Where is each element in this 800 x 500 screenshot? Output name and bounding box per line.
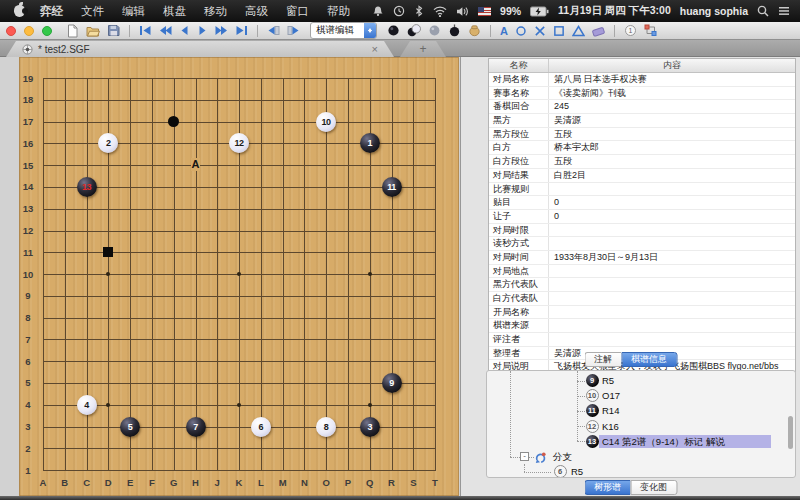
menu-item-1[interactable]: 文件 — [72, 4, 113, 19]
notification-bell-icon[interactable] — [372, 5, 384, 17]
menu-item-2[interactable]: 编辑 — [113, 4, 154, 19]
tree-branch-label[interactable]: 分支 — [553, 450, 572, 463]
stone-K16[interactable]: 12 — [229, 133, 249, 153]
input-language-flag-icon[interactable] — [478, 7, 491, 16]
wifi-icon[interactable] — [433, 6, 447, 17]
stone-R5[interactable]: 9 — [382, 373, 402, 393]
info-value[interactable]: 五段 — [549, 128, 795, 141]
variation-tree-tool[interactable] — [643, 23, 658, 39]
hand-tool[interactable] — [467, 23, 482, 39]
info-value[interactable] — [549, 319, 795, 332]
menu-item-3[interactable]: 棋盘 — [154, 4, 195, 19]
tree-node-label[interactable]: C14 第2谱（9-14）标记 解说 — [602, 435, 725, 448]
last-move-button[interactable] — [234, 23, 249, 39]
tree-stone-6[interactable]: 6 — [554, 465, 567, 478]
stone-D16[interactable]: 2 — [98, 133, 118, 153]
stone-Q3[interactable]: 3 — [360, 417, 380, 437]
tree-child-label[interactable]: R5 — [571, 465, 583, 478]
info-value[interactable] — [549, 224, 795, 237]
info-value[interactable] — [549, 306, 795, 319]
stone-R14[interactable]: 11 — [382, 177, 402, 197]
info-value[interactable] — [549, 333, 795, 346]
info-value[interactable] — [549, 183, 795, 196]
label-marker-tool[interactable]: A — [499, 23, 509, 39]
tree-scrollbar[interactable] — [788, 416, 793, 449]
volume-icon[interactable] — [456, 6, 469, 17]
window-minimize-button[interactable] — [24, 26, 34, 36]
stone-C14[interactable]: 13 — [77, 177, 97, 197]
go-board[interactable]: 19A18B17C16D15E14F13G12H11J10K9L8M7N6O5P… — [19, 57, 459, 496]
info-value[interactable]: 0 — [549, 210, 795, 223]
time-machine-icon[interactable] — [393, 5, 405, 17]
info-value[interactable]: 桥本宇太郎 — [549, 141, 795, 154]
info-value[interactable]: 吴清源 — [549, 114, 795, 127]
stone-Q16[interactable]: 1 — [360, 133, 380, 153]
info-value[interactable] — [549, 265, 795, 278]
tree-stone-11[interactable]: 11 — [586, 404, 599, 417]
variation-view-tab[interactable]: 变化图 — [630, 480, 677, 495]
triangle-marker-tool[interactable] — [571, 23, 586, 39]
open-file-button[interactable] — [85, 23, 101, 39]
stone-L3[interactable]: 6 — [251, 417, 271, 437]
bluetooth-icon[interactable] — [414, 5, 424, 17]
move-tree-panel[interactable]: 9R510O1711R1412K1613C14 第2谱（9-14）标记 解说-分… — [486, 370, 796, 478]
notification-center-icon[interactable] — [778, 6, 790, 16]
tree-node-label[interactable]: K16 — [602, 420, 619, 433]
info-value[interactable]: 第八局 日本选手权决赛 — [549, 73, 795, 86]
info-value[interactable] — [549, 278, 795, 291]
menu-item-5[interactable]: 高级 — [236, 4, 277, 19]
fast-forward-button[interactable] — [214, 23, 229, 39]
stone-O3[interactable]: 8 — [316, 417, 336, 437]
cross-marker-tool[interactable] — [533, 23, 547, 39]
stone-C4[interactable]: 4 — [77, 395, 97, 415]
tree-node-label[interactable]: R14 — [602, 404, 619, 417]
window-close-button[interactable] — [6, 26, 16, 36]
tree-stone-9[interactable]: 9 — [586, 374, 599, 387]
battery-charging-icon[interactable] — [530, 6, 549, 17]
tree-stone-13[interactable]: 13 — [586, 435, 599, 448]
apple-menu-icon[interactable] — [14, 5, 25, 17]
pin-stone-tool[interactable] — [447, 23, 462, 39]
tab-close-icon[interactable]: × — [372, 44, 378, 55]
stone-O17[interactable]: 10 — [316, 112, 336, 132]
tree-stone-12[interactable]: 12 — [586, 420, 599, 433]
edit-mode-select[interactable]: 棋谱编辑 — [310, 22, 377, 39]
square-marker-tool[interactable] — [552, 23, 566, 39]
stone-E3[interactable]: 5 — [120, 417, 140, 437]
window-zoom-button[interactable] — [42, 26, 52, 36]
tree-node-label[interactable]: R5 — [602, 374, 614, 387]
tree-stone-10[interactable]: 10 — [586, 389, 599, 402]
spotlight-search-icon[interactable] — [757, 5, 769, 17]
eraser-tool[interactable] — [591, 23, 606, 39]
tree-node-label[interactable]: O17 — [602, 389, 620, 402]
game-info-tab[interactable]: 棋谱信息 — [621, 352, 677, 367]
info-value[interactable] — [549, 237, 795, 250]
info-value[interactable]: 《读卖新闻》刊载 — [549, 87, 795, 100]
info-value[interactable]: 245 — [549, 100, 795, 113]
info-value[interactable]: 1933年8月30日～9月13日 — [549, 251, 795, 264]
info-value[interactable]: 白胜2目 — [549, 169, 795, 182]
menu-item-6[interactable]: 窗口 — [277, 4, 318, 19]
tree-view-tab[interactable]: 树形谱 — [584, 480, 630, 495]
move-number-tool[interactable]: 1 — [623, 23, 638, 39]
menu-item-4[interactable]: 移动 — [195, 4, 236, 19]
menu-item-7[interactable]: 帮助 — [318, 4, 359, 19]
new-file-button[interactable] — [65, 23, 80, 39]
menu-item-0[interactable]: 弈经 — [31, 4, 72, 19]
menubar-clock[interactable]: 11月19日 周四 下午3:00 — [558, 4, 671, 18]
fast-back-button[interactable] — [158, 23, 173, 39]
alternate-stones-tool[interactable] — [406, 23, 422, 39]
save-file-button[interactable] — [106, 23, 121, 39]
info-value[interactable]: 0 — [549, 196, 795, 209]
first-move-button[interactable] — [138, 23, 153, 39]
collapse-toggle-icon[interactable]: - — [520, 452, 529, 461]
board-end-button[interactable] — [286, 23, 301, 39]
info-value[interactable] — [549, 292, 795, 305]
tab-test2-sgf[interactable]: * test2.SGF × — [6, 41, 394, 57]
menubar-user[interactable]: huang sophia — [680, 5, 748, 17]
forward-button[interactable] — [196, 23, 209, 39]
new-tab-button[interactable]: + — [400, 41, 446, 57]
annotation-tab[interactable]: 注解 — [584, 352, 621, 367]
circle-marker-tool[interactable] — [514, 23, 528, 39]
trial-stone-tool[interactable] — [427, 23, 442, 39]
